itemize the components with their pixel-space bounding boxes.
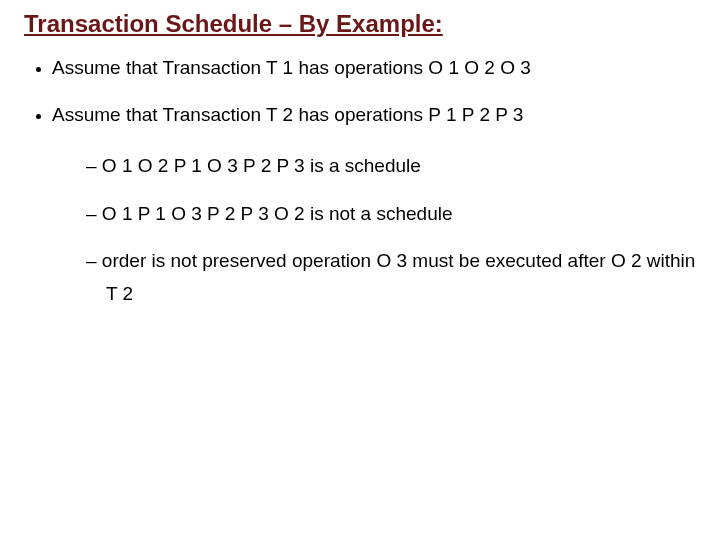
sub-bullet-3: order is not preserved operation O 3 mus… (86, 244, 696, 311)
bullet-item-1: Assume that Transaction T 1 has operatio… (52, 56, 696, 81)
bullet-item-2-text: Assume that Transaction T 2 has operatio… (52, 104, 523, 125)
bullet-item-2: Assume that Transaction T 2 has operatio… (52, 103, 696, 311)
sub-bullet-2: O 1 P 1 O 3 P 2 P 3 O 2 is not a schedul… (86, 197, 696, 230)
bullet-list: Assume that Transaction T 1 has operatio… (24, 56, 696, 310)
slide: Transaction Schedule – By Example: Assum… (0, 0, 720, 540)
sub-bullet-list: O 1 O 2 P 1 O 3 P 2 P 3 is a schedule O … (52, 149, 696, 310)
sub-bullet-1: O 1 O 2 P 1 O 3 P 2 P 3 is a schedule (86, 149, 696, 182)
slide-title: Transaction Schedule – By Example: (24, 10, 696, 38)
